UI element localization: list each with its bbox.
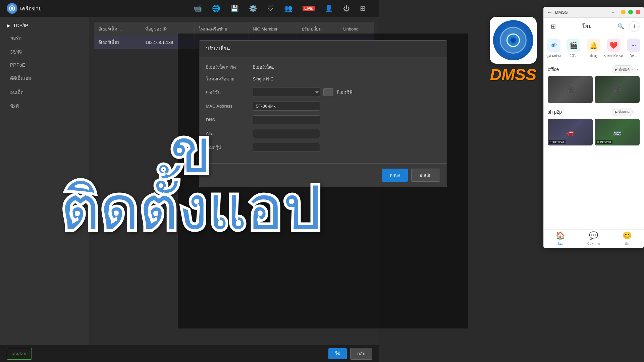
test-button[interactable]: ทอสอบ	[7, 348, 32, 360]
group-more-office[interactable]: ···	[635, 66, 640, 72]
maximize-button[interactable]: □	[628, 10, 633, 14]
cam-office-2[interactable]: 🎥	[595, 76, 640, 103]
dmss-topbar: ⊞ โฮม 🔍 +	[544, 18, 644, 35]
ok-button[interactable]: ตกลง	[382, 169, 408, 182]
cameras-p2p: 🚗 1:43:39:44 🚌 0:19:50:04	[548, 119, 640, 145]
users-nav-btn[interactable]: 👥	[284, 4, 292, 12]
label-mode: โหมดเครือข่าย	[206, 75, 250, 82]
dots-menu[interactable]: ···	[612, 10, 615, 15]
dns-input[interactable]	[253, 115, 320, 124]
version-select[interactable]	[253, 87, 320, 97]
dmss-home-title: โฮม	[561, 22, 613, 31]
edit-dialog: ปรับเปลี่ยน อีเธอร์เน็ต การ์ด อีเธอร์เน็…	[199, 40, 447, 187]
apps-grid-icon[interactable]: ⊞	[548, 21, 558, 32]
label-version: เวอร์ชั่น	[206, 88, 250, 96]
main-app: เครือข่าย 📹 🌐 💾 ⚙️ 🛡 👥 LIVE 👤 ⏻ ⊞ ▶ TCP/…	[0, 0, 379, 362]
cam-office-1[interactable]: 🎥	[548, 76, 593, 103]
action-video[interactable]: 🎬 วิดีโอ	[564, 39, 584, 58]
logout-btn[interactable]: ⏻	[343, 5, 350, 12]
apply-button[interactable]: ใช้	[328, 348, 347, 359]
nav-me[interactable]: 😊 อัน	[610, 231, 644, 246]
value-ethernet: อีเธอร์เน็ต1	[253, 64, 440, 71]
group-header-office: office ▶ ทั้งหมด ···	[548, 65, 640, 73]
sidebar-item-3g4g[interactable]: 3จี/4จี	[0, 45, 89, 59]
cam-p2p-2-time: 0:19:50:04	[596, 140, 612, 144]
color-picker[interactable]	[323, 88, 333, 96]
sidebar-label-ddns: ดีดีเอ็นเอส	[10, 75, 31, 81]
dialog-title: ปรับเปลี่ยน	[199, 41, 447, 57]
dialog-body: อีเธอร์เน็ต การ์ด อีเธอร์เน็ต1 โหมดเครือ…	[199, 57, 447, 163]
form-row-dns: DNS	[206, 115, 440, 124]
network-nav-btn[interactable]: 🌐	[212, 4, 220, 12]
nav-home[interactable]: 🏠 โฮม	[544, 231, 577, 246]
action-preview[interactable]: 👁 ดูตัวอย่าง	[544, 39, 564, 58]
more-label: โห...	[630, 53, 637, 58]
group-name-office: office	[548, 67, 612, 72]
cancel-button[interactable]: ยกเลิก	[411, 169, 440, 182]
top-nav: เครือข่าย 📹 🌐 💾 ⚙️ 🛡 👥 LIVE 👤 ⏻ ⊞	[0, 0, 379, 17]
app-title: เครือข่าย	[20, 4, 42, 13]
play-all-p2p[interactable]: ▶ ทั้งหมด	[612, 108, 633, 116]
camera-nav-btn[interactable]: 📹	[194, 4, 202, 12]
settings-nav-btn[interactable]: ⚙️	[249, 4, 257, 12]
main-content: อีเธอร์เน็ต ... ที่อยู่ของ IP โหมดเครือข…	[89, 17, 379, 345]
expand-icon: ▶	[7, 23, 10, 28]
grid-btn[interactable]: ⊞	[360, 4, 366, 12]
more-icon: ▪▪▪	[627, 39, 640, 52]
sidebar-item-p2p[interactable]: พี2พี	[0, 99, 89, 113]
live-badge: LIVE	[303, 6, 315, 11]
form-row-alter: Alter	[206, 129, 440, 138]
alter-input[interactable]	[253, 129, 320, 138]
dmss-search-icon[interactable]: 🔍	[615, 21, 626, 32]
cam-p2p-1-time: 1:43:39:44	[549, 140, 566, 144]
col-ethernet: อีเธอร์เน็ต ...	[94, 22, 141, 36]
group-more-p2p[interactable]: ···	[635, 109, 640, 115]
dmss-brand-text: DMSS	[490, 65, 537, 84]
action-more[interactable]: ▪▪▪ โห...	[624, 39, 644, 58]
sidebar-item-tcp-ip[interactable]: ▶ TCP/IP	[0, 20, 89, 31]
cam-p2p-1-img: 🚗 1:43:39:44	[548, 119, 593, 145]
dmss-content: office ▶ ทั้งหมด ··· 🎥 🎥 sh p2p ▶ ทั้งหม…	[544, 62, 644, 229]
dmss-eye-outer	[500, 27, 527, 54]
preview-label: ดูตัวอย่าง	[546, 53, 561, 58]
group-header-p2p: sh p2p ▶ ทั้งหมด ···	[548, 108, 640, 116]
dmss-add-icon[interactable]: +	[629, 21, 640, 32]
group-name-p2p: sh p2p	[548, 109, 612, 115]
dialog-footer: ตกลง ยกเลิก	[199, 163, 447, 187]
cam-office-1-img: 🎥	[548, 76, 593, 103]
dmss-group-office: office ▶ ทั้งหมด ··· 🎥 🎥	[548, 65, 640, 103]
sidebar-item-port[interactable]: พอร์ท	[0, 31, 89, 45]
dmss-titlebar: ← DMSS ··· — □ ✕	[544, 7, 644, 18]
back-button[interactable]: กลับ	[350, 348, 372, 360]
dmss-quick-actions: 👁 ดูตัวอย่าง 🎬 วิดีโอ 🔔 ประคู ❤️ รายการโ…	[544, 35, 644, 62]
sidebar-item-update[interactable]: อนเอ็ด	[0, 85, 89, 99]
form-row-version: เวอร์ชั่น ดีเฮชซีพี	[206, 87, 440, 97]
form-row-group: เอมกรุ๊ป	[206, 143, 440, 152]
storage-nav-btn[interactable]: 💾	[230, 4, 239, 12]
mac-input[interactable]	[253, 102, 320, 111]
sidebar-item-pppoe[interactable]: PPPoE	[0, 59, 89, 71]
logo-icon	[7, 3, 17, 14]
dmss-panel: ← DMSS ··· — □ ✕ ⊞ โฮม 🔍 + 👁 ดูตัวอย่าง …	[543, 7, 644, 248]
close-button[interactable]: ✕	[636, 10, 640, 14]
version-text: ดีเฮชซีพี	[337, 88, 353, 96]
form-row-mac: MAC Address	[206, 102, 440, 111]
back-arrow[interactable]: ←	[547, 9, 552, 15]
sidebar-item-ddns[interactable]: ดีดีเอ็นเอส	[0, 71, 89, 85]
user-profile-btn[interactable]: 👤	[325, 4, 333, 12]
action-message[interactable]: 🔔 ประคู	[584, 39, 604, 58]
nav-messages[interactable]: 💬 ข้อความ	[577, 231, 610, 246]
dmss-bottomnav: 🏠 โฮม 💬 ข้อความ 😊 อัน	[544, 229, 644, 248]
minimize-button[interactable]: —	[621, 10, 626, 14]
label-mac: MAC Address	[206, 104, 250, 109]
cam-p2p-1[interactable]: 🚗 1:43:39:44	[548, 119, 593, 145]
cam-p2p-2[interactable]: 🚌 0:19:50:04	[595, 119, 640, 145]
play-all-office[interactable]: ▶ ทั้งหมด	[612, 65, 633, 73]
dmss-logo-inner	[493, 20, 533, 60]
report-label: รายการโปรด	[604, 53, 623, 58]
shield-nav-btn[interactable]: 🛡	[267, 5, 274, 12]
preview-icon: 👁	[547, 39, 560, 52]
messages-nav-label: ข้อความ	[587, 241, 600, 246]
action-report[interactable]: ❤️ รายการโปรด	[604, 39, 624, 58]
group-input[interactable]	[253, 143, 320, 152]
